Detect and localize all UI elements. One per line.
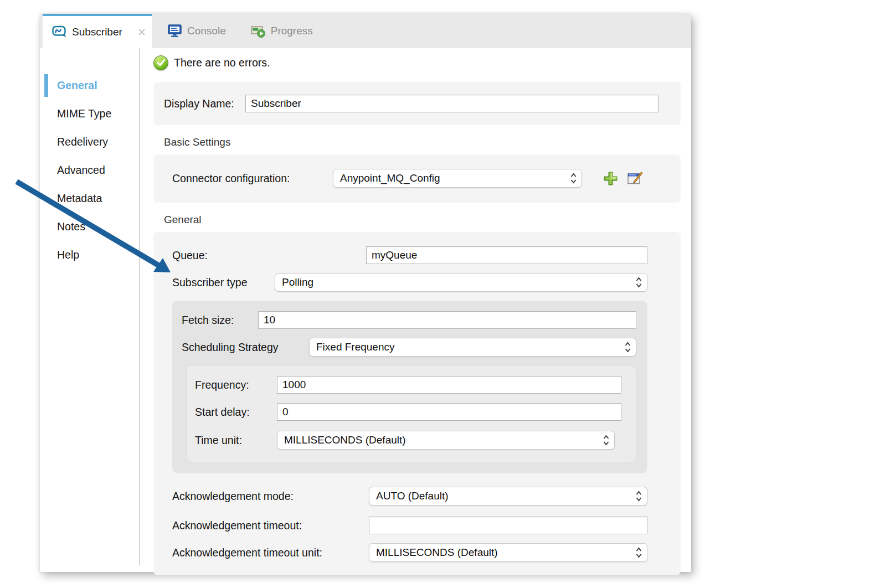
sidebar-item-metadata[interactable]: Metadata <box>40 184 139 213</box>
sidebar-item-label: Advanced <box>57 164 105 177</box>
field-row-connector-configuration: Connector configuration: Anypoint_MQ_Con… <box>172 169 681 188</box>
progress-icon <box>250 24 266 38</box>
field-row-scheduling-strategy: Scheduling Strategy Fixed Frequency <box>182 338 636 357</box>
field-row-time-unit: Time unit: MILLISECONDS (Default) <box>195 431 621 450</box>
chevron-updown-icon <box>570 172 577 184</box>
connector-configuration-value: Anypoint_MQ_Config <box>340 172 440 184</box>
tab-console-label: Console <box>187 25 226 37</box>
subscriber-tab-icon <box>50 25 67 39</box>
green-plus-icon <box>602 170 619 187</box>
chevron-updown-icon <box>635 276 642 288</box>
tab-subscriber-label: Subscriber <box>72 26 122 38</box>
acknowledgement-timeout-label: Acknowledgement timeout: <box>172 519 369 532</box>
status-message: There are no errors. <box>174 56 270 69</box>
acknowledgement-mode-label: Acknowledgement mode: <box>172 490 369 503</box>
start-delay-input[interactable] <box>277 403 621 421</box>
properties-sidebar: General MIME Type Redelivery Advanced Me… <box>40 48 140 565</box>
display-name-input[interactable] <box>245 95 658 112</box>
acknowledgement-timeout-input[interactable] <box>369 517 647 534</box>
connector-configuration-label: Connector configuration: <box>172 172 333 185</box>
polling-settings-panel: Fetch size: Scheduling Strategy Fixed Fr… <box>172 301 647 473</box>
sidebar-item-label: General <box>57 79 97 92</box>
time-unit-select[interactable]: MILLISECONDS (Default) <box>277 431 615 450</box>
field-row-frequency: Frequency: <box>195 376 621 394</box>
editor-tabbar: Subscriber ✕ Console <box>40 14 691 48</box>
acknowledgement-timeout-unit-select[interactable]: MILLISECONDS (Default) <box>369 543 647 562</box>
sidebar-item-label: Help <box>57 249 79 261</box>
sidebar-item-general[interactable]: General <box>40 71 139 100</box>
queue-input[interactable] <box>366 246 647 264</box>
sidebar-item-advanced[interactable]: Advanced <box>40 156 139 184</box>
chevron-updown-icon <box>635 490 642 502</box>
add-config-button[interactable] <box>602 170 619 187</box>
basic-settings-title: Basic Settings <box>164 136 681 148</box>
field-row-display-name: Display Name: <box>164 95 658 112</box>
field-row-subscriber-type: Subscriber type Polling <box>172 273 647 292</box>
acknowledgement-mode-select[interactable]: AUTO (Default) <box>369 487 647 506</box>
no-errors-check-icon <box>153 55 168 70</box>
field-row-acknowledgement-timeout-unit: Acknowledgement timeout unit: MILLISECON… <box>172 543 647 562</box>
chevron-updown-icon <box>624 341 631 353</box>
sidebar-item-label: Metadata <box>57 192 102 205</box>
connector-configuration-select[interactable]: Anypoint_MQ_Config <box>333 169 582 188</box>
display-name-label: Display Name: <box>164 97 245 110</box>
general-title: General <box>164 214 681 226</box>
status-row: There are no errors. <box>153 55 681 70</box>
display-name-panel: Display Name: <box>153 82 681 125</box>
sidebar-item-help[interactable]: Help <box>40 241 139 269</box>
active-indicator <box>44 74 48 97</box>
field-row-fetch-size: Fetch size: <box>182 311 636 329</box>
properties-window: Subscriber ✕ Console <box>40 14 691 572</box>
fixed-frequency-panel: Frequency: Start delay: Time unit: MILLI… <box>186 365 636 462</box>
tab-progress-label: Progress <box>271 25 313 37</box>
field-row-acknowledgement-timeout: Acknowledgement timeout: <box>172 517 647 534</box>
queue-label: Queue: <box>172 249 366 262</box>
tab-console[interactable]: Console <box>158 14 235 48</box>
time-unit-value: MILLISECONDS (Default) <box>284 434 406 446</box>
edit-window-pencil-icon <box>626 170 644 187</box>
console-icon <box>167 24 182 38</box>
fetch-size-label: Fetch size: <box>182 314 258 327</box>
fetch-size-input[interactable] <box>258 311 636 329</box>
subscriber-type-select[interactable]: Polling <box>275 273 647 292</box>
field-row-start-delay: Start delay: <box>195 403 621 421</box>
acknowledgement-timeout-unit-value: MILLISECONDS (Default) <box>376 546 498 559</box>
field-row-acknowledgement-mode: Acknowledgement mode: AUTO (Default) <box>172 487 647 506</box>
scheduling-strategy-label: Scheduling Strategy <box>182 341 309 354</box>
general-panel: Queue: Subscriber type Polling <box>153 232 681 575</box>
sidebar-item-label: Notes <box>57 220 85 233</box>
sidebar-item-redelivery[interactable]: Redelivery <box>40 128 139 156</box>
acknowledgement-mode-value: AUTO (Default) <box>376 490 449 502</box>
scheduling-strategy-select[interactable]: Fixed Frequency <box>309 338 636 357</box>
sidebar-item-label: MIME Type <box>57 107 111 120</box>
time-unit-label: Time unit: <box>195 434 277 447</box>
chevron-updown-icon <box>635 546 642 559</box>
chevron-updown-icon <box>603 434 610 446</box>
start-delay-label: Start delay: <box>195 406 277 419</box>
acknowledgement-timeout-unit-label: Acknowledgement timeout unit: <box>172 546 369 559</box>
basic-settings-panel: Connector configuration: Anypoint_MQ_Con… <box>153 154 681 203</box>
frequency-input[interactable] <box>277 376 621 394</box>
subscriber-type-value: Polling <box>282 276 313 288</box>
scheduling-strategy-value: Fixed Frequency <box>316 341 395 353</box>
subscriber-type-label: Subscriber type <box>172 276 275 289</box>
properties-content: General MIME Type Redelivery Advanced Me… <box>40 48 691 572</box>
field-row-queue: Queue: <box>172 246 647 264</box>
tab-progress[interactable]: Progress <box>241 14 322 48</box>
sidebar-item-label: Redelivery <box>57 136 108 148</box>
frequency-label: Frequency: <box>195 379 277 391</box>
tab-close-icon[interactable]: ✕ <box>137 26 146 39</box>
properties-form: There are no errors. Display Name: Basic… <box>153 48 681 575</box>
sidebar-item-mime-type[interactable]: MIME Type <box>40 100 139 128</box>
edit-config-button[interactable] <box>626 170 644 187</box>
sidebar-item-notes[interactable]: Notes <box>40 213 139 241</box>
tab-subscriber[interactable]: Subscriber ✕ <box>43 14 152 48</box>
